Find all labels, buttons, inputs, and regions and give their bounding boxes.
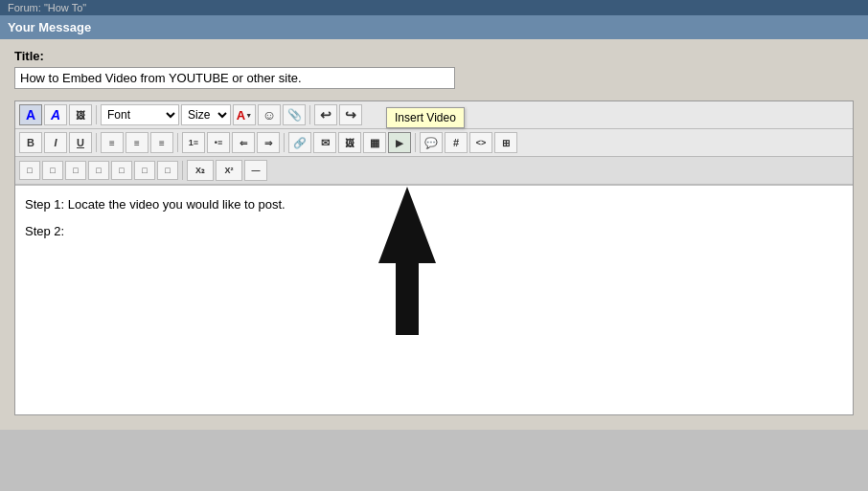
font-select-wrap[interactable]: Font Arial Times New Roman Courier New V… (101, 104, 179, 125)
editor-content[interactable]: Step 1: Locate the video you would like … (15, 185, 853, 414)
format-a-italic-btn[interactable]: A (44, 104, 67, 125)
row3-btn7[interactable]: □ (157, 161, 178, 180)
title-section: Title: (14, 49, 854, 89)
smiley-btn[interactable]: ☺ (258, 104, 281, 125)
outer-container: Title: A A 🖼 Font Arial Times New Roman … (0, 39, 868, 430)
your-message-header: Your Message (0, 15, 868, 39)
indent-btn[interactable]: ⇒ (257, 132, 280, 153)
separator-2 (309, 105, 310, 124)
ordered-list-btn[interactable]: 1≡ (182, 132, 205, 153)
image-insert-btn[interactable]: 🖼 (69, 104, 92, 125)
size-select[interactable]: Size 1 2 3 4 5 6 7 (182, 105, 230, 124)
bold-btn[interactable]: B (19, 132, 42, 153)
unordered-list-btn[interactable]: •≡ (207, 132, 230, 153)
underline-btn[interactable]: U (69, 132, 92, 153)
separator-1 (96, 105, 97, 124)
forum-breadcrumb: Forum: "How To" (0, 0, 868, 15)
toolbar-row-3: □ □ □ □ □ □ □ X₂ X² — (15, 157, 853, 185)
row3-btn5[interactable]: □ (111, 161, 132, 180)
row3-btn2[interactable]: □ (42, 161, 63, 180)
editor-container: A A 🖼 Font Arial Times New Roman Courier… (14, 100, 854, 415)
italic-btn[interactable]: I (44, 132, 67, 153)
row3-btn1[interactable]: □ (19, 161, 40, 180)
editor-line-1: Step 1: Locate the video you would like … (25, 195, 843, 214)
img-inline-btn[interactable]: 🖼 (338, 132, 361, 153)
outdent-btn[interactable]: ⇐ (232, 132, 255, 153)
redo-btn[interactable]: ↪ (339, 104, 362, 125)
insert-video-btn[interactable]: ▶ (388, 132, 411, 153)
align-center-btn[interactable]: ≡ (126, 132, 148, 153)
editor-line-2: Step 2: (25, 222, 843, 241)
align-left-btn[interactable]: ≡ (101, 132, 124, 153)
hash-btn[interactable]: # (445, 132, 468, 153)
special-chars-btn[interactable]: ⊞ (494, 132, 517, 153)
insert-video-wrap: ▶ Insert Video (388, 132, 411, 153)
forum-bar: Forum: "How To" Your Message (0, 0, 868, 39)
row3-btn4[interactable]: □ (88, 161, 109, 180)
table-btn[interactable]: ▦ (363, 132, 386, 153)
insert-video-tooltip: Insert Video (386, 107, 465, 128)
separator-5 (284, 133, 285, 152)
separator-7 (182, 161, 183, 180)
font-select[interactable]: Font Arial Times New Roman Courier New V… (102, 105, 178, 124)
email-btn[interactable]: ✉ (313, 132, 336, 153)
quote-btn[interactable]: 💬 (420, 132, 443, 153)
subscript-btn[interactable]: X₂ (187, 160, 214, 181)
title-label: Title: (14, 49, 854, 63)
align-right-btn[interactable]: ≡ (150, 132, 173, 153)
font-color-btn[interactable]: A▼ (233, 104, 256, 125)
format-a-bold-btn[interactable]: A (19, 104, 42, 125)
link-btn[interactable]: 🔗 (288, 132, 311, 153)
toolbar-row-2: B I U ≡ ≡ ≡ 1≡ •≡ ⇐ ⇒ 🔗 ✉ 🖼 ▦ ▶ (15, 129, 853, 157)
size-select-wrap[interactable]: Size 1 2 3 4 5 6 7 (181, 104, 231, 125)
superscript-btn[interactable]: X² (216, 160, 242, 181)
separator-6 (415, 133, 416, 152)
title-input[interactable] (14, 67, 455, 89)
undo-btn[interactable]: ↩ (314, 104, 337, 125)
separator-3 (96, 133, 97, 152)
separator-4 (177, 133, 178, 152)
code-btn[interactable]: <> (469, 132, 492, 153)
row3-btn3[interactable]: □ (65, 161, 86, 180)
row3-btn6[interactable]: □ (134, 161, 155, 180)
strikethrough-btn[interactable]: — (244, 160, 267, 181)
media-btn[interactable]: 📎 (283, 104, 306, 125)
